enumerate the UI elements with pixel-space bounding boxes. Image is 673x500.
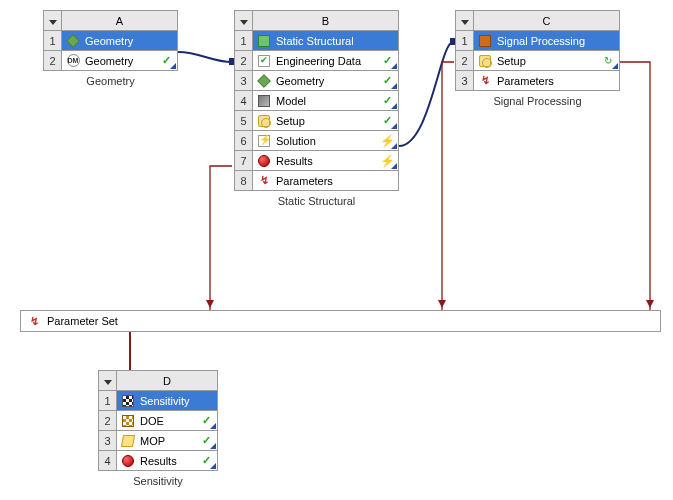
parameters-icon: ↯ [478, 74, 492, 88]
row-number: 2 [235, 51, 253, 71]
cell-label: Model [276, 95, 375, 107]
system-title: Sensitivity [140, 395, 213, 407]
svg-marker-4 [438, 300, 446, 308]
cell-label: Results [140, 455, 194, 467]
system-sensitivity[interactable]: D 1 Sensitivity 2 DOE ✓ 3 MOP ✓ 4 [98, 370, 218, 487]
setup-icon [478, 54, 492, 68]
column-letter: D [117, 371, 218, 391]
row-number: 1 [235, 31, 253, 51]
parameters-icon: ↯ [27, 314, 41, 328]
row-number: 1 [99, 391, 117, 411]
geometry-icon [257, 74, 271, 88]
cell-label: Engineering Data [276, 55, 375, 67]
cell-engineering-data[interactable]: Engineering Data ✓ [253, 51, 399, 71]
cell-parameters[interactable]: ↯ Parameters [474, 71, 620, 91]
row-number: 7 [235, 151, 253, 171]
parameter-set-bar[interactable]: ↯ Parameter Set [20, 310, 661, 332]
row-number: 4 [99, 451, 117, 471]
dropdown-d[interactable] [99, 371, 117, 391]
cell-setup[interactable]: Setup ↻ [474, 51, 620, 71]
row-number: 2 [44, 51, 62, 71]
cell-label: Parameters [497, 75, 615, 87]
corner-icon [391, 103, 397, 109]
dropdown-b[interactable] [235, 11, 253, 31]
corner-icon [391, 63, 397, 69]
row-number: 6 [235, 131, 253, 151]
geometry-icon [66, 34, 80, 48]
corner-icon [391, 163, 397, 169]
system-signal-processing[interactable]: C 1 Signal Processing 2 Setup ↻ 3 ↯ Para… [455, 10, 620, 107]
system-title-cell[interactable]: Geometry [62, 31, 178, 51]
cell-label: MOP [140, 435, 194, 447]
corner-icon [391, 123, 397, 129]
parameter-set-label: Parameter Set [47, 315, 118, 327]
cell-model[interactable]: Model ✓ [253, 91, 399, 111]
designmodeler-icon: DM [66, 54, 80, 68]
cell-results[interactable]: Results ✓ [117, 451, 218, 471]
doe-icon [121, 414, 135, 428]
setup-icon [257, 114, 271, 128]
system-title: Geometry [85, 35, 173, 47]
cell-mop[interactable]: MOP ✓ [117, 431, 218, 451]
engineering-data-icon [257, 54, 271, 68]
chevron-down-icon [461, 20, 469, 25]
cell-label: Setup [497, 55, 596, 67]
corner-icon [391, 83, 397, 89]
system-title: Signal Processing [497, 35, 615, 47]
system-geometry[interactable]: A 1 Geometry 2 DM Geometry ✓ Geome [43, 10, 178, 87]
cell-label: Geometry [85, 55, 154, 67]
cell-label: Results [276, 155, 375, 167]
cell-setup[interactable]: Setup ✓ [253, 111, 399, 131]
system-caption: Static Structural [234, 195, 399, 207]
system-static-structural[interactable]: B 1 Static Structural 2 Engineering Data… [234, 10, 399, 207]
cell-doe[interactable]: DOE ✓ [117, 411, 218, 431]
results-icon [257, 154, 271, 168]
row-number: 3 [235, 71, 253, 91]
results-icon [121, 454, 135, 468]
row-number: 8 [235, 171, 253, 191]
row-number: 2 [456, 51, 474, 71]
row-number: 1 [44, 31, 62, 51]
row-number: 3 [99, 431, 117, 451]
row-number: 1 [456, 31, 474, 51]
corner-icon [170, 63, 176, 69]
system-caption: Geometry [43, 75, 178, 87]
cell-geometry[interactable]: Geometry ✓ [253, 71, 399, 91]
column-letter: C [474, 11, 620, 31]
chevron-down-icon [104, 380, 112, 385]
row-number: 3 [456, 71, 474, 91]
solution-icon [257, 134, 271, 148]
dropdown-a[interactable] [44, 11, 62, 31]
cell-parameters[interactable]: ↯ Parameters [253, 171, 399, 191]
corner-icon [210, 423, 216, 429]
chevron-down-icon [49, 20, 57, 25]
cell-label: Solution [276, 135, 375, 147]
cell-label: Setup [276, 115, 375, 127]
system-title-cell[interactable]: Sensitivity [117, 391, 218, 411]
chevron-down-icon [240, 20, 248, 25]
column-letter: A [62, 11, 178, 31]
cell-solution[interactable]: Solution ⚡ [253, 131, 399, 151]
row-number: 5 [235, 111, 253, 131]
structural-icon [257, 34, 271, 48]
corner-icon [210, 443, 216, 449]
signal-processing-icon [478, 34, 492, 48]
cell-label: Parameters [276, 175, 394, 187]
column-letter: B [253, 11, 399, 31]
model-icon [257, 94, 271, 108]
sensitivity-icon [121, 394, 135, 408]
corner-icon [612, 63, 618, 69]
dropdown-c[interactable] [456, 11, 474, 31]
svg-marker-3 [646, 300, 654, 308]
cell-label: Geometry [276, 75, 375, 87]
parameters-icon: ↯ [257, 174, 271, 188]
cell-geometry[interactable]: DM Geometry ✓ [62, 51, 178, 71]
cell-results[interactable]: Results ⚡ [253, 151, 399, 171]
system-title-cell[interactable]: Signal Processing [474, 31, 620, 51]
system-title-cell[interactable]: Static Structural [253, 31, 399, 51]
row-number: 4 [235, 91, 253, 111]
mop-icon [121, 434, 135, 448]
row-number: 2 [99, 411, 117, 431]
system-caption: Sensitivity [98, 475, 218, 487]
cell-label: DOE [140, 415, 194, 427]
